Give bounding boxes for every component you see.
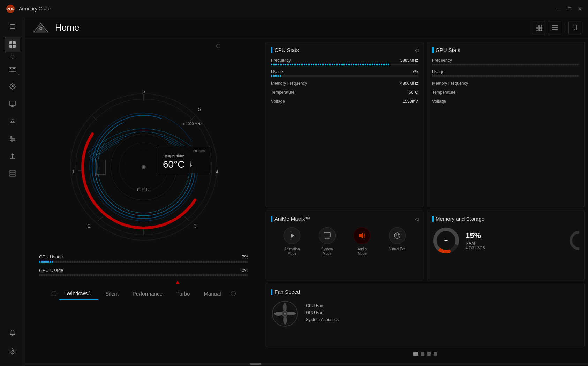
- mode-tab-manual[interactable]: Manual: [197, 288, 228, 299]
- maximize-button[interactable]: □: [567, 6, 572, 11]
- svg-rect-8: [12, 68, 12, 69]
- cpu-stats-card: CPU Stats ◁ Frequency 3885MHz: [266, 42, 423, 207]
- svg-text:ROG: ROG: [7, 7, 15, 11]
- svg-text:1: 1: [72, 169, 75, 174]
- cpu-title-accent: [271, 47, 272, 53]
- cpu-usage-value: 7%: [242, 254, 248, 259]
- cpu-card-arrow[interactable]: ◁: [415, 48, 418, 53]
- ram-percent: 15%: [466, 231, 553, 240]
- anime-title-accent: [271, 216, 272, 222]
- anime-icon-system[interactable]: SystemMode: [319, 227, 336, 256]
- sidebar-item-keyboard[interactable]: ›: [5, 61, 20, 77]
- audio-mode-icon[interactable]: [354, 227, 370, 244]
- gauge-circle-indicator: [216, 44, 220, 48]
- rog-header-logo: [32, 21, 50, 35]
- mode-tab-turbo[interactable]: Turbo: [169, 288, 197, 299]
- sidebar-item-tuning[interactable]: [5, 131, 20, 146]
- fan-speed-row: Fan Speed: [266, 284, 585, 346]
- memory-content: + 15% RAM 4.7/31.3GB: [432, 227, 579, 254]
- svg-rect-20: [10, 120, 15, 123]
- mode-tab-windows[interactable]: Windows®: [59, 288, 98, 300]
- app-container: ☰ ›: [0, 17, 588, 366]
- page-dot-4[interactable]: [434, 352, 437, 356]
- scroll-thumb[interactable]: [250, 363, 261, 365]
- anime-icon-audio[interactable]: AudioMode: [354, 227, 370, 256]
- cpu-freq-label: Frequency: [271, 58, 291, 63]
- settings-icon: [9, 348, 16, 355]
- stats-row-top: CPU Stats ◁ Frequency 3885MHz: [266, 42, 585, 207]
- svg-point-30: [12, 157, 13, 158]
- svg-rect-5: [13, 45, 16, 48]
- svg-text:x 1000 MHz: x 1000 MHz: [183, 122, 202, 126]
- anime-icon-animation[interactable]: AnimationMode: [284, 227, 300, 256]
- cpu-memfreq-value: 4800MHz: [400, 81, 418, 86]
- fan-speed-title: Fan Speed: [274, 289, 300, 295]
- sidebar-item-catalog[interactable]: [5, 166, 20, 181]
- anime-icon-pet[interactable]: Virtual Pet: [389, 227, 406, 251]
- svg-point-75: [143, 166, 145, 168]
- page-dots: [266, 350, 585, 358]
- svg-rect-32: [10, 173, 15, 174]
- svg-point-83: [394, 233, 400, 238]
- main-content: Home: [25, 17, 588, 366]
- animation-mode-icon[interactable]: [284, 227, 300, 244]
- page-dot-3[interactable]: [427, 352, 431, 356]
- svg-point-25: [10, 136, 12, 138]
- minimize-button[interactable]: ─: [557, 6, 561, 11]
- gpu-temp-label: Temperature: [432, 90, 455, 95]
- cpu-usage-stat: Usage 7%: [271, 69, 418, 77]
- home-icon: [8, 40, 17, 49]
- page-dot-1[interactable]: [413, 352, 418, 356]
- svg-rect-45: [552, 29, 558, 30]
- svg-rect-44: [552, 27, 558, 28]
- svg-text:+: +: [444, 237, 448, 244]
- sidebar-item-hardware[interactable]: [5, 114, 20, 129]
- fan-speed-card: Fan Speed: [266, 284, 585, 346]
- mode-tab-performance[interactable]: Performance: [126, 288, 169, 299]
- mode-circle-right: [231, 291, 236, 296]
- svg-point-29: [11, 140, 13, 142]
- sidebar-item-lighting[interactable]: [5, 79, 20, 94]
- gpu-usage-row: GPU Usage 0%: [39, 268, 248, 276]
- cpu-memfreq-label: Memory Frequency: [271, 81, 307, 86]
- mode-circle-left: [52, 291, 56, 296]
- cpu-volt-label: Voltage: [271, 99, 285, 104]
- sidebar-item-update[interactable]: [5, 148, 20, 164]
- horizontal-scrollbar[interactable]: [25, 363, 588, 365]
- header-actions: [533, 22, 581, 34]
- system-mode-icon[interactable]: [319, 227, 336, 244]
- page-dot-2[interactable]: [421, 352, 424, 356]
- sidebar-menu-toggle[interactable]: ☰: [7, 21, 18, 32]
- virtual-pet-icon[interactable]: [389, 227, 406, 244]
- device-view-button[interactable]: [568, 22, 581, 34]
- svg-line-86: [395, 234, 396, 235]
- svg-rect-4: [9, 45, 12, 48]
- cpu-usage-bar: [39, 261, 248, 263]
- animation-mode-label: AnimationMode: [284, 247, 300, 256]
- sidebar-item-scenario[interactable]: [5, 96, 20, 112]
- fan-wheel-icon: [271, 300, 299, 328]
- divider: [565, 24, 565, 32]
- cpu-frequency: Frequency 3885MHz: [271, 58, 418, 65]
- svg-rect-79: [324, 233, 330, 237]
- gpu-stats-card: GPU Stats Frequency: [427, 42, 585, 207]
- sidebar-item-settings[interactable]: [5, 344, 20, 359]
- close-button[interactable]: ✕: [578, 6, 582, 11]
- grid-view-button[interactable]: [533, 22, 545, 34]
- mode-tab-silent[interactable]: Silent: [98, 288, 126, 299]
- anime-card-arrow[interactable]: ◁: [415, 216, 418, 221]
- sidebar-item-notifications[interactable]: [5, 326, 20, 341]
- svg-rect-9: [13, 68, 14, 69]
- fan-item-gpu: GPU Fan: [306, 310, 579, 315]
- cpu-usage-label: CPU Usage: [39, 254, 63, 259]
- keyboard-icon: [8, 65, 17, 73]
- list-view-button[interactable]: [549, 22, 561, 34]
- temp-label: Temperature: [163, 153, 205, 158]
- sidebar-item-home[interactable]: [5, 37, 20, 52]
- svg-rect-43: [552, 25, 558, 26]
- cpu-stats-title: CPU Stats: [274, 47, 299, 53]
- svg-rect-39: [536, 25, 538, 28]
- cpu-freq-bar: [271, 64, 418, 65]
- tuning-icon: [8, 135, 17, 143]
- svg-text:4: 4: [216, 169, 218, 174]
